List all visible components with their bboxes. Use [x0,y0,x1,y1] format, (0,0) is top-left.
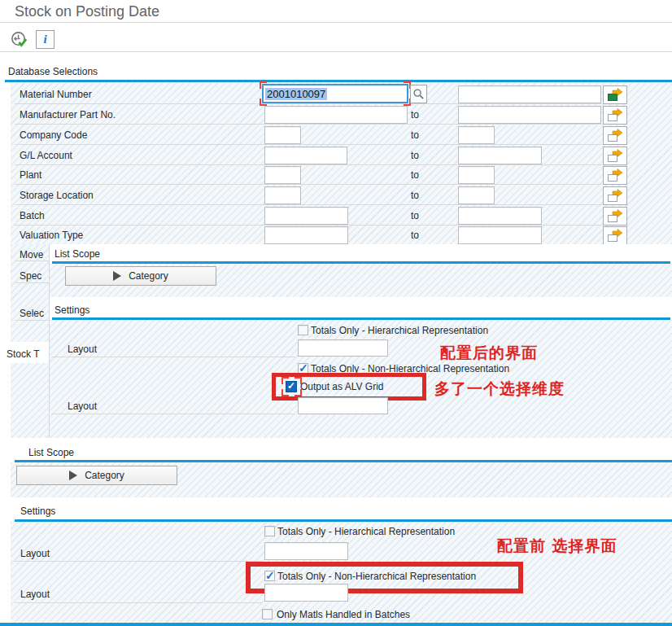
row-separator [15,124,602,125]
totals-hierarchical-label: Totals Only - Hierarchical Representatio… [277,526,455,537]
after-config-overlay: List Scope Category Settings Totals Only… [49,244,672,438]
row-separator [15,164,602,165]
info-button[interactable]: i [36,30,55,49]
overlay-layout-input-2[interactable] [298,397,388,414]
only-batches-checkbox[interactable] [262,609,273,619]
to-label: to [411,109,419,120]
play-triangle-icon [69,471,77,480]
plant-to-input[interactable] [458,166,495,184]
annotation-extra-dimension: 多了一个选择维度 [434,379,565,400]
company-code-to-input[interactable] [458,126,495,144]
row-separator [15,103,602,104]
storage-location-to-input[interactable] [458,186,495,204]
page-title: Stock on Posting Date [15,3,159,20]
layout-label: Layout [20,548,50,559]
plant-input[interactable] [264,166,301,184]
field-label-material-number: Material Number [20,89,92,100]
totals-non-hierarchical-checkbox[interactable] [264,571,275,581]
multiple-selection-button[interactable] [603,186,627,205]
before-list-scope-header: List Scope [28,447,74,458]
before-category-button[interactable]: Category [16,466,177,485]
category-button-label: Category [129,270,168,282]
row-separator [15,225,602,225]
to-label: to [411,150,419,161]
to-label: to [411,230,419,241]
to-label: to [411,210,419,221]
multiple-selection-button[interactable] [603,207,627,225]
company-code-input[interactable] [264,126,301,144]
valuation-type-to-input[interactable] [458,226,542,244]
material-number-input[interactable]: 2001010097 [262,84,408,103]
row-separator [15,204,602,205]
material-number-to-input[interactable] [458,85,601,103]
totals-hierarchical-label: Totals Only - Hierarchical Representatio… [311,325,488,336]
field-underline [15,602,262,603]
field-label-valuation-type: Valuation Type [20,230,83,241]
field-label-company-code: Company Code [20,129,87,141]
annotation-after-config: 配置后的界面 [440,343,538,364]
field-label-plant: Plant [20,169,41,181]
before-layout-input-2[interactable] [264,584,348,602]
gl-account-input[interactable] [264,147,347,164]
hidden-label-special: Spec [20,270,49,282]
multiple-selection-button[interactable] [603,226,627,245]
multiple-selection-button-active[interactable] [603,85,627,104]
totals-hierarchical-checkbox[interactable] [264,526,275,536]
to-label: to [411,169,419,181]
annotation-before-config: 配置前 选择界面 [497,536,617,557]
output-alv-label: Output as ALV Grid [300,381,384,392]
only-batches-label: Only Matls Handled in Batches [277,609,410,620]
overlay-settings-header: Settings [55,304,89,316]
row-separator [15,184,602,185]
output-alv-checkbox[interactable] [286,381,297,392]
database-selections-header: Database Selections [8,66,98,77]
batch-input[interactable] [264,207,348,225]
to-label: to [411,129,419,141]
layout-label: Layout [68,401,97,412]
field-label-manufacturer: Manufacturer Part No. [20,109,116,120]
multiple-selection-button[interactable] [603,166,627,185]
manufacturer-to-input[interactable] [458,106,601,124]
valuation-type-input[interactable] [264,226,348,244]
search-icon [412,88,425,100]
multiple-selection-button[interactable] [603,126,627,145]
gl-account-to-input[interactable] [458,147,542,164]
totals-hierarchical-checkbox[interactable] [298,325,308,335]
layout-label: Layout [68,344,97,355]
title-separator [0,22,672,23]
sap-window: Stock on Posting Date i Database Selecti… [0,0,672,626]
toolbar-separator [0,51,672,52]
totals-non-hierarchical-label: Totals Only - Non-Hierarchical Represent… [277,571,476,582]
execute-button[interactable] [10,30,28,49]
batch-to-input[interactable] [458,207,542,225]
field-label-gl-account: G/L Account [20,150,72,161]
material-number-value: 2001010097 [265,88,327,100]
row-separator [15,282,49,283]
field-underline [15,561,262,562]
row-separator [15,144,602,145]
category-button-label: Category [85,470,124,481]
storage-location-input[interactable] [264,186,301,204]
search-help-button[interactable] [410,85,427,103]
hidden-label-selection: Selec [20,308,49,319]
field-underline [51,414,295,414]
to-label: to [411,190,419,201]
field-label-batch: Batch [20,210,45,221]
play-triangle-icon [113,271,121,281]
multi-select-arrow-icon [607,108,623,122]
manufacturer-input[interactable] [264,106,408,124]
field-label-storage-location: Storage Location [20,190,94,201]
row-separator [15,260,49,261]
layout-label: Layout [20,589,50,600]
overlay-layout-input-1[interactable] [298,339,388,357]
execute-clock-icon [10,30,28,50]
before-settings-header: Settings [20,506,55,517]
overlay-list-scope-header: List Scope [55,248,100,260]
multiple-selection-button[interactable] [603,106,627,125]
before-layout-input-1[interactable] [264,542,348,560]
multiple-selection-button[interactable] [603,147,627,165]
overlay-category-button[interactable]: Category [65,266,216,286]
bottom-edge-line [0,623,672,626]
hidden-label-stock-type: Stock T [7,348,47,360]
field-underline [51,357,295,357]
